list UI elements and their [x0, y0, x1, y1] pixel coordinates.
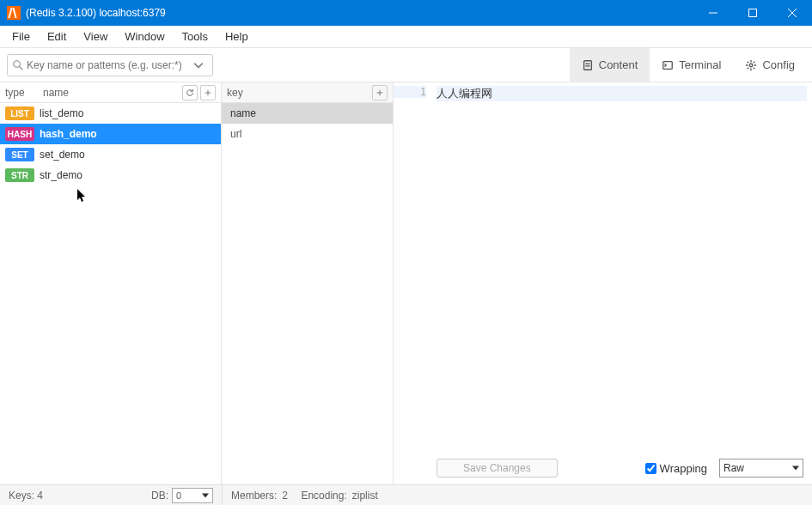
menu-window[interactable]: Window: [116, 27, 173, 46]
type-badge: SET: [5, 148, 34, 161]
key-name: set_demo: [40, 149, 85, 161]
maximize-button[interactable]: [733, 0, 772, 26]
gear-icon: [745, 59, 757, 71]
type-badge: HASH: [5, 127, 34, 141]
status-keys-label: Keys:: [9, 490, 34, 502]
wrapping-toggle[interactable]: Wrapping: [645, 462, 707, 475]
document-icon: [582, 59, 594, 71]
window-titlebar: (Redis 3.2.100) localhost:6379: [0, 0, 812, 26]
key-row-hash_demo[interactable]: HASHhash_demo: [0, 124, 221, 144]
status-members-count: 2: [282, 490, 288, 502]
app-icon: [7, 6, 21, 20]
svg-marker-15: [792, 466, 799, 471]
key-browser-header: type name: [0, 82, 221, 103]
tab-terminal[interactable]: Terminal: [650, 48, 733, 82]
key-name: list_demo: [40, 107, 83, 119]
key-row-str_demo[interactable]: STRstr_demo: [0, 165, 221, 186]
search-icon: [13, 60, 23, 70]
hash-field-list: nameurl: [222, 103, 393, 144]
tab-content[interactable]: Content: [570, 48, 650, 82]
editor-footer: Save Changes Wrapping Raw: [394, 457, 812, 479]
chevron-down-icon: [202, 492, 209, 499]
minimize-button[interactable]: [693, 0, 733, 26]
key-name: hash_demo: [40, 128, 97, 140]
toolbar: Content Terminal Config: [0, 48, 812, 82]
status-members-label: Members:: [231, 490, 277, 502]
wrapping-checkbox[interactable]: [645, 463, 656, 474]
search-input[interactable]: [27, 59, 193, 71]
type-badge: STR: [5, 168, 34, 182]
db-select[interactable]: 0: [172, 488, 213, 503]
line-number: 1: [394, 86, 426, 98]
status-bar: Keys: 4 DB: 0 Members: 2 Encoding: zipli…: [0, 484, 812, 505]
main-area: type name LISTlist_demoHASHhash_demoSETs…: [0, 82, 812, 484]
svg-rect-1: [749, 9, 757, 17]
key-row-set_demo[interactable]: SETset_demo: [0, 144, 221, 165]
key-browser: type name LISTlist_demoHASHhash_demoSETs…: [0, 82, 222, 484]
svg-point-10: [750, 64, 754, 67]
svg-rect-9: [663, 61, 673, 69]
tab-content-label: Content: [599, 58, 638, 71]
key-search[interactable]: [7, 54, 213, 76]
close-button[interactable]: [772, 0, 812, 26]
status-db-label: DB:: [151, 490, 168, 502]
hash-field-header: key: [222, 82, 393, 103]
value-editor[interactable]: 1 人人编程网: [394, 82, 812, 484]
col-name-header[interactable]: name: [43, 87, 180, 99]
svg-marker-16: [202, 493, 209, 497]
field-row-url[interactable]: url: [222, 124, 393, 144]
key-name: str_demo: [40, 169, 82, 181]
add-field-button[interactable]: [372, 85, 388, 100]
key-row-list_demo[interactable]: LISTlist_demo: [0, 103, 221, 124]
terminal-icon: [662, 59, 674, 71]
key-list: LISTlist_demoHASHhash_demoSETset_demoSTR…: [0, 103, 221, 484]
wrapping-label: Wrapping: [660, 462, 707, 475]
hash-field-header-label[interactable]: key: [227, 87, 369, 99]
status-encoding-label: Encoding:: [301, 490, 346, 502]
col-type-header[interactable]: type: [5, 87, 43, 99]
editor-gutter: 1: [394, 82, 431, 484]
tab-config-label: Config: [762, 58, 795, 71]
encoding-select[interactable]: Raw: [719, 459, 803, 478]
encoding-value: Raw: [723, 462, 744, 474]
tab-terminal-label: Terminal: [679, 58, 721, 71]
tab-config[interactable]: Config: [733, 48, 807, 82]
db-value: 0: [176, 490, 181, 501]
window-title: (Redis 3.2.100) localhost:6379: [26, 7, 693, 19]
view-tabs: Content Terminal Config: [570, 48, 812, 82]
svg-rect-6: [583, 60, 591, 70]
type-badge: LIST: [5, 106, 34, 120]
menu-file[interactable]: File: [3, 27, 39, 46]
menu-view[interactable]: View: [75, 27, 116, 46]
add-key-button[interactable]: [200, 85, 216, 100]
menu-help[interactable]: Help: [217, 27, 257, 46]
value-content: 1 人人编程网 Save Changes Wrapping Raw: [394, 82, 812, 484]
chevron-down-icon: [792, 465, 799, 472]
status-encoding-value: ziplist: [352, 490, 378, 502]
save-changes-button[interactable]: Save Changes: [437, 459, 558, 478]
menu-tools[interactable]: Tools: [174, 27, 217, 46]
editor-text[interactable]: 人人编程网: [431, 82, 812, 484]
refresh-button[interactable]: [182, 85, 198, 100]
svg-point-4: [14, 60, 21, 67]
hash-field-panel: key nameurl: [222, 82, 394, 484]
chevron-down-icon: [193, 60, 204, 70]
svg-line-5: [20, 66, 23, 70]
menu-bar: File Edit View Window Tools Help: [0, 26, 812, 48]
status-keys-count: 4: [37, 490, 43, 502]
menu-edit[interactable]: Edit: [39, 27, 75, 46]
editor-line-1[interactable]: 人人编程网: [437, 86, 807, 101]
field-row-name[interactable]: name: [222, 103, 393, 124]
